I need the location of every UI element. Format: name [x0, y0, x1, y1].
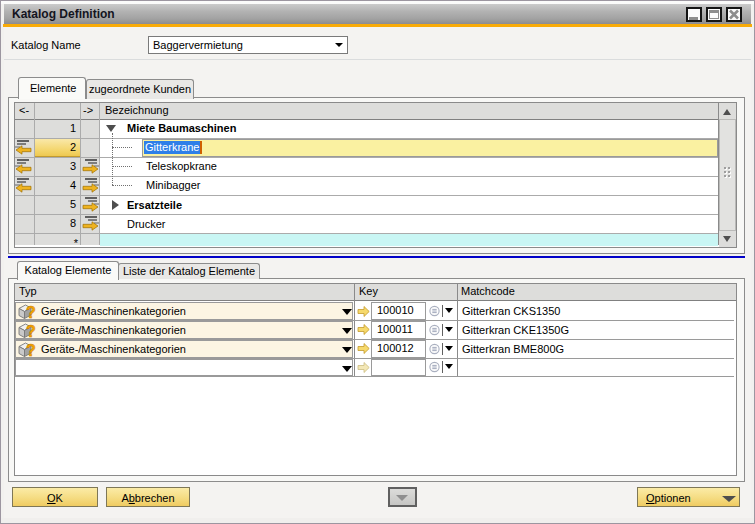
svg-text:?: ?	[26, 342, 36, 358]
svg-text:?: ?	[26, 323, 36, 339]
svg-text:?: ?	[26, 304, 36, 320]
